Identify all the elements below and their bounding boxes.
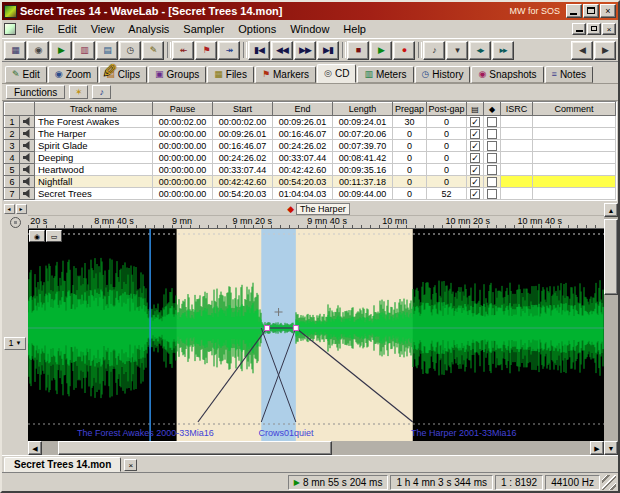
menu-file[interactable]: File [19,22,51,36]
row-number[interactable]: 7 [5,188,20,200]
isrc-cell[interactable] [501,164,533,176]
tab-files[interactable]: ▦Files [207,66,254,83]
tab-cd[interactable]: ◎CD [317,64,356,83]
end-cell[interactable]: 01:04:04.03 [273,188,333,200]
copy-flag-checkbox-cell[interactable]: ✓ [467,176,484,188]
scrollbar-down-arrow[interactable]: ▼ [604,441,618,455]
end-cell[interactable]: 00:42:42.60 [273,164,333,176]
pregap-cell[interactable]: 0 [393,164,427,176]
track-row-4[interactable]: 4Deeping00:00:00.0000:24:26.0200:33:07.4… [5,152,616,164]
end-cell[interactable]: 00:09:26.01 [273,116,333,128]
toolbar-meter-bridge-button[interactable]: ▤ [96,41,118,60]
toolbar-drop-marker-button[interactable]: ⚑ [195,41,217,60]
isrc-cell[interactable] [501,128,533,140]
comment-cell[interactable] [533,164,616,176]
toolbar-pencil-tool-button[interactable]: ✎ [142,41,164,60]
track-name-cell[interactable]: Spirit Glade [35,140,153,152]
track-row-1[interactable]: 1The Forest Awakes00:00:02.0000:00:02.00… [5,116,616,128]
toolbar-go-start-button[interactable]: ▮◀ [248,41,270,60]
toolbar-play-mode-button[interactable]: ▾ [446,41,468,60]
column-header-length[interactable]: Length [333,103,393,116]
track-row-5[interactable]: 5Heartwood00:00:00.0000:33:07.4400:42:42… [5,164,616,176]
isrc-cell[interactable] [501,176,533,188]
maximize-button[interactable] [583,4,599,18]
minimize-button[interactable] [566,4,582,18]
waveform-display[interactable]: The Forest Awakes 2000-33Mia16Crows01qui… [28,229,604,441]
copy-flag-checkbox[interactable]: ✓ [470,153,480,163]
track-name-cell[interactable]: Secret Trees [35,188,153,200]
column-header-post-gap[interactable]: Post-gap [427,103,467,116]
track-name-cell[interactable]: The Harper [35,128,153,140]
row-number[interactable]: 2 [5,128,20,140]
document-tab[interactable]: Secret Trees 14.mon [4,457,121,472]
hscroll-track[interactable] [42,441,590,455]
scrollbar-right-arrow[interactable]: ▶ [590,441,604,455]
pause-cell[interactable]: 00:00:02.00 [153,116,213,128]
comment-cell[interactable] [533,140,616,152]
comment-cell[interactable] [533,188,616,200]
postgap-cell[interactable]: 0 [427,176,467,188]
emphasis-flag-checkbox-cell[interactable] [484,188,501,200]
copy-flag-checkbox-cell[interactable]: ✓ [467,152,484,164]
track-row-7[interactable]: 7Secret Trees00:00:00.0000:54:20.0301:04… [5,188,616,200]
hscroll-thumb[interactable] [58,441,332,455]
copy-flag-checkbox[interactable]: ✓ [470,117,480,127]
end-cell[interactable]: 00:16:46.07 [273,128,333,140]
toolbar-scroll-left-button[interactable]: ◀ [571,41,593,60]
track-name-cell[interactable]: Heartwood [35,164,153,176]
track-audition-cell[interactable] [20,152,35,164]
copy-flag-checkbox-cell[interactable]: ✓ [467,164,484,176]
column-header-comment[interactable]: Comment [533,103,616,116]
pause-cell[interactable]: 00:00:00.00 [153,128,213,140]
emphasis-flag-checkbox[interactable] [487,177,497,187]
length-cell[interactable]: 00:07:39.70 [333,140,393,152]
toolbar-snapshot-camera-button[interactable]: ◉ [27,41,49,60]
emphasis-flag-checkbox-cell[interactable] [484,116,501,128]
postgap-cell[interactable]: 0 [427,164,467,176]
toolbar-nudge-left-button[interactable]: ↞ [172,41,194,60]
menu-sampler[interactable]: Sampler [176,22,231,36]
pause-cell[interactable]: 00:00:00.00 [153,140,213,152]
start-cell[interactable]: 00:24:26.02 [213,152,273,164]
column-header-emphasis-flag[interactable]: ◆ [484,103,501,116]
copy-flag-checkbox[interactable]: ✓ [470,129,480,139]
fade-handle-2[interactable] [293,326,298,331]
tab-edit[interactable]: ✎Edit [5,66,47,83]
emphasis-flag-checkbox-cell[interactable] [484,152,501,164]
pause-cell[interactable]: 00:00:00.00 [153,164,213,176]
comment-cell[interactable] [533,176,616,188]
menu-analysis[interactable]: Analysis [121,22,176,36]
length-cell[interactable]: 00:09:35.16 [333,164,393,176]
length-cell[interactable]: 00:07:20.06 [333,128,393,140]
copy-flag-checkbox-cell[interactable]: ✓ [467,140,484,152]
marker-strip[interactable]: ◆The Harper [28,203,604,216]
end-cell[interactable]: 00:54:20.03 [273,176,333,188]
comment-cell[interactable] [533,128,616,140]
mdi-restore-button[interactable] [587,23,601,35]
fade-handle-1[interactable] [265,326,270,331]
emphasis-flag-checkbox[interactable] [487,141,497,151]
column-header-copy-flag[interactable]: ▤ [467,103,484,116]
pregap-cell[interactable]: 30 [393,116,427,128]
copy-flag-checkbox-cell[interactable]: ✓ [467,188,484,200]
vscroll-track[interactable] [604,217,618,441]
column-header-pause[interactable]: Pause [153,103,213,116]
toolbar-rewind-button[interactable]: ◀◀ [271,41,293,60]
emphasis-flag-checkbox[interactable] [487,129,497,139]
row-number[interactable]: 5 [5,164,20,176]
track-audition-cell[interactable] [20,188,35,200]
start-cell[interactable]: 00:42:42.60 [213,176,273,188]
column-header-isrc[interactable]: ISRC [501,103,533,116]
copy-flag-checkbox-cell[interactable]: ✓ [467,116,484,128]
start-cell[interactable]: 00:16:46.07 [213,140,273,152]
emphasis-flag-checkbox[interactable] [487,189,497,199]
start-cell[interactable]: 00:09:26.01 [213,128,273,140]
end-cell[interactable]: 00:24:26.02 [273,140,333,152]
isrc-cell[interactable] [501,140,533,152]
document-tab-close-button[interactable]: × [124,459,137,471]
toolbar-monitor-button[interactable]: ♪ [423,41,445,60]
toolbar-mixer-button[interactable]: ▥ [73,41,95,60]
toolbar-preview-play-button[interactable]: ▶ [50,41,72,60]
pregap-cell[interactable]: 0 [393,140,427,152]
track-row-2[interactable]: 2The Harper00:00:00.0000:09:26.0100:16:4… [5,128,616,140]
